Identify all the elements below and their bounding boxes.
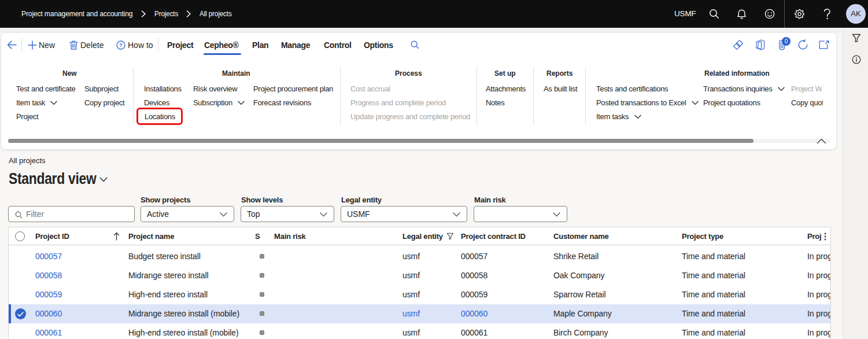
svg-text:?: ? bbox=[119, 42, 123, 48]
